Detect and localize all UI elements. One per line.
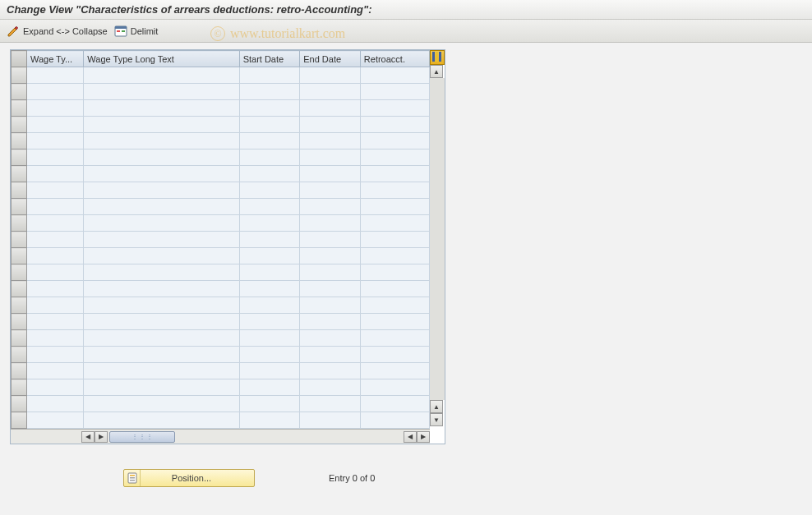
- row-selector[interactable]: [12, 133, 27, 149]
- cell[interactable]: [239, 149, 300, 166]
- h-scroll-thumb[interactable]: ⋮⋮⋮: [109, 431, 175, 443]
- row-selector[interactable]: [12, 215, 27, 232]
- delimit-button[interactable]: Delimit: [114, 25, 159, 38]
- col-start-date[interactable]: Start Date: [239, 51, 300, 67]
- cell[interactable]: [26, 379, 83, 396]
- cell[interactable]: [300, 182, 361, 199]
- cell[interactable]: [300, 330, 361, 347]
- row-selector[interactable]: [12, 363, 27, 379]
- cell[interactable]: [300, 215, 361, 232]
- cell[interactable]: [84, 100, 239, 117]
- cell[interactable]: [300, 412, 361, 429]
- cell[interactable]: [84, 215, 239, 232]
- cell[interactable]: [84, 396, 239, 412]
- cell[interactable]: [84, 412, 239, 429]
- cell[interactable]: [84, 166, 239, 182]
- row-selector[interactable]: [12, 232, 27, 248]
- cell[interactable]: [239, 117, 300, 133]
- row-selector[interactable]: [12, 314, 27, 330]
- row-selector[interactable]: [12, 166, 27, 182]
- cell[interactable]: [84, 248, 239, 264]
- row-selector[interactable]: [12, 248, 27, 264]
- cell[interactable]: [360, 199, 429, 215]
- scroll-up2-icon[interactable]: ▲: [430, 400, 443, 413]
- cell[interactable]: [360, 297, 429, 314]
- row-selector[interactable]: [12, 67, 27, 84]
- col-wage-type-long[interactable]: Wage Type Long Text: [84, 51, 239, 67]
- cell[interactable]: [239, 215, 300, 232]
- table-config-button[interactable]: [430, 50, 445, 65]
- cell[interactable]: [239, 84, 300, 100]
- cell[interactable]: [26, 297, 83, 314]
- v-scroll-track[interactable]: [430, 78, 445, 400]
- cell[interactable]: [360, 149, 429, 166]
- cell[interactable]: [300, 67, 361, 84]
- cell[interactable]: [84, 264, 239, 281]
- cell[interactable]: [84, 232, 239, 248]
- cell[interactable]: [300, 232, 361, 248]
- cell[interactable]: [84, 379, 239, 396]
- cell[interactable]: [360, 412, 429, 429]
- expand-collapse-button[interactable]: Expand <-> Collapse: [7, 25, 108, 38]
- cell[interactable]: [239, 199, 300, 215]
- cell[interactable]: [300, 199, 361, 215]
- cell[interactable]: [84, 363, 239, 379]
- cell[interactable]: [84, 67, 239, 84]
- cell[interactable]: [26, 232, 83, 248]
- cell[interactable]: [239, 166, 300, 182]
- cell[interactable]: [84, 149, 239, 166]
- scroll-down-icon[interactable]: ▼: [430, 413, 443, 426]
- col-retroacct[interactable]: Retroacct.: [360, 51, 429, 67]
- cell[interactable]: [239, 396, 300, 412]
- cell[interactable]: [26, 166, 83, 182]
- row-selector-header[interactable]: [12, 51, 27, 67]
- cell[interactable]: [26, 363, 83, 379]
- cell[interactable]: [26, 281, 83, 297]
- cell[interactable]: [239, 297, 300, 314]
- cell[interactable]: [26, 117, 83, 133]
- cell[interactable]: [300, 347, 361, 363]
- cell[interactable]: [300, 314, 361, 330]
- cell[interactable]: [239, 100, 300, 117]
- cell[interactable]: [300, 281, 361, 297]
- cell[interactable]: [239, 347, 300, 363]
- row-selector[interactable]: [12, 117, 27, 133]
- cell[interactable]: [239, 314, 300, 330]
- cell[interactable]: [26, 314, 83, 330]
- cell[interactable]: [26, 149, 83, 166]
- cell[interactable]: [239, 330, 300, 347]
- cell[interactable]: [84, 182, 239, 199]
- cell[interactable]: [360, 314, 429, 330]
- cell[interactable]: [360, 133, 429, 149]
- cell[interactable]: [360, 347, 429, 363]
- cell[interactable]: [360, 84, 429, 100]
- row-selector[interactable]: [12, 149, 27, 166]
- vertical-scrollbar[interactable]: ▲ ▲ ▼: [430, 65, 445, 426]
- cell[interactable]: [26, 215, 83, 232]
- cell[interactable]: [26, 84, 83, 100]
- cell[interactable]: [239, 281, 300, 297]
- cell[interactable]: [360, 232, 429, 248]
- cell[interactable]: [26, 182, 83, 199]
- position-button[interactable]: Position...: [123, 469, 255, 487]
- col-end-date[interactable]: End Date: [300, 51, 361, 67]
- row-selector[interactable]: [12, 264, 27, 281]
- cell[interactable]: [300, 396, 361, 412]
- row-selector[interactable]: [12, 182, 27, 199]
- cell[interactable]: [84, 84, 239, 100]
- cell[interactable]: [84, 314, 239, 330]
- cell[interactable]: [26, 100, 83, 117]
- cell[interactable]: [360, 396, 429, 412]
- scroll-left-inner-icon[interactable]: ◀: [404, 431, 417, 443]
- cell[interactable]: [360, 363, 429, 379]
- cell[interactable]: [300, 264, 361, 281]
- cell[interactable]: [360, 379, 429, 396]
- cell[interactable]: [360, 67, 429, 84]
- row-selector[interactable]: [12, 199, 27, 215]
- cell[interactable]: [239, 67, 300, 84]
- cell[interactable]: [26, 133, 83, 149]
- row-selector[interactable]: [12, 412, 27, 429]
- cell[interactable]: [300, 149, 361, 166]
- cell[interactable]: [84, 281, 239, 297]
- cell[interactable]: [300, 117, 361, 133]
